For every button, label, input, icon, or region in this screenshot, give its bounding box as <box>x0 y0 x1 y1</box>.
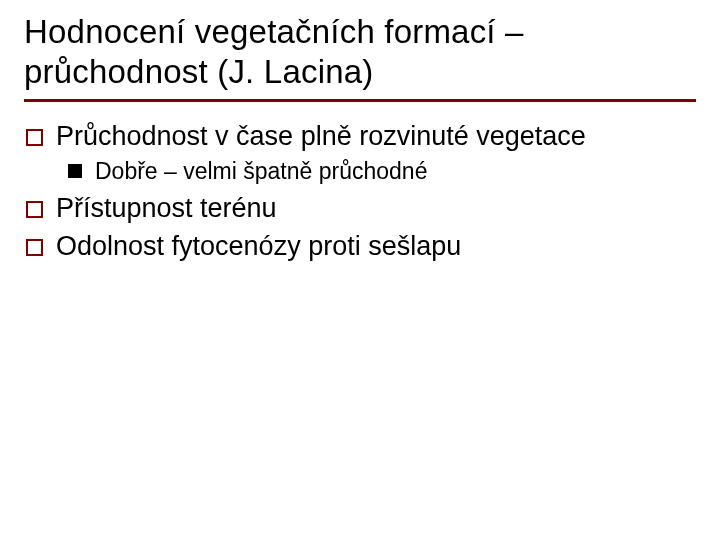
list-item-text: Přístupnost terénu <box>56 192 277 226</box>
list-item-text: Průchodnost v čase plně rozvinuté vegeta… <box>56 120 586 154</box>
hollow-square-bullet-icon <box>26 201 43 218</box>
filled-square-bullet-icon <box>68 164 82 178</box>
hollow-square-bullet-icon <box>26 239 43 256</box>
hollow-square-bullet-icon <box>26 129 43 146</box>
list-item: Přístupnost terénu <box>26 192 696 226</box>
slide: Hodnocení vegetačních formací – průchodn… <box>0 0 720 264</box>
list-item: Průchodnost v čase plně rozvinuté vegeta… <box>26 120 696 154</box>
slide-title: Hodnocení vegetačních formací – průchodn… <box>24 12 696 93</box>
list-subitem: Dobře – velmi špatně průchodné <box>68 157 696 186</box>
slide-body: Průchodnost v čase plně rozvinuté vegeta… <box>24 120 696 264</box>
list-item: Odolnost fytocenózy proti sešlapu <box>26 230 696 264</box>
list-item-text: Odolnost fytocenózy proti sešlapu <box>56 230 461 264</box>
list-subitem-text: Dobře – velmi špatně průchodné <box>95 157 427 186</box>
title-underline <box>24 99 696 102</box>
